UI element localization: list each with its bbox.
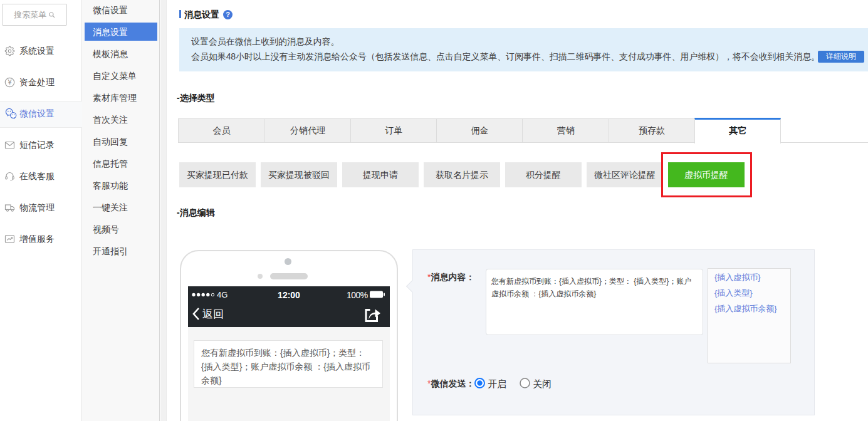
svg-text:¥: ¥ [7,78,12,86]
